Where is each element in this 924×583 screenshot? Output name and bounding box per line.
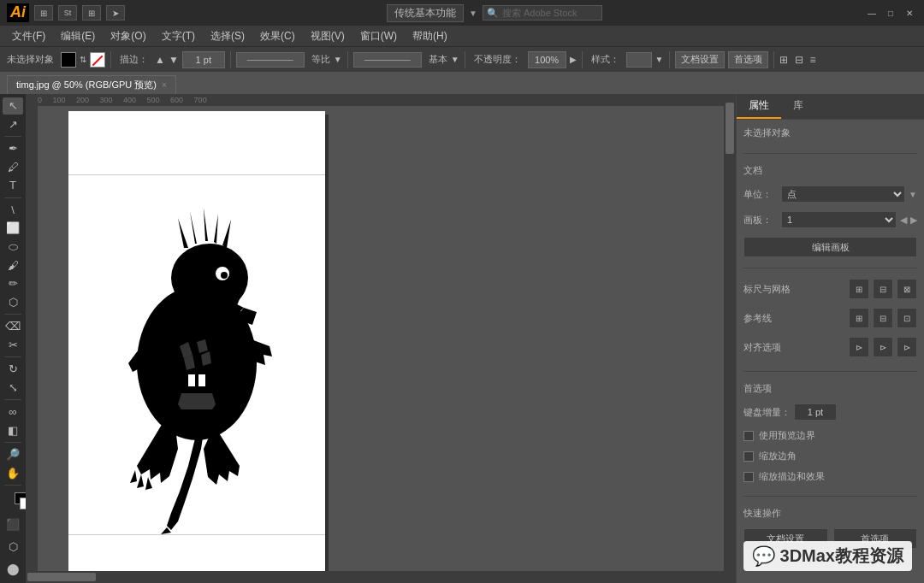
swap-icon[interactable]: ⇅ <box>80 55 86 64</box>
fill-swatch[interactable] <box>61 52 76 68</box>
unit-select[interactable]: 点 <box>781 186 905 203</box>
tool-zoom[interactable]: 🔎 <box>3 446 23 463</box>
tool-scale[interactable]: ⤡ <box>3 380 23 397</box>
align-center-icon-btn[interactable]: ⊳ <box>873 337 893 357</box>
svg-rect-6 <box>198 374 205 386</box>
align-right-icon-btn[interactable]: ⊳ <box>897 337 917 357</box>
tool-rect[interactable]: ⬜ <box>3 220 23 237</box>
tool-hand[interactable]: ✋ <box>3 465 23 482</box>
menu-file[interactable]: 文件(F) <box>5 27 52 45</box>
stroke-up-icon[interactable]: ▲ <box>155 54 165 66</box>
scroll-thumb-vertical[interactable] <box>726 103 734 154</box>
swatch-panel-icon[interactable]: ⊞ <box>0 117 1 131</box>
doc-settings-button[interactable]: 文档设置 <box>675 51 725 68</box>
tool-scissors[interactable]: ✂ <box>3 337 23 354</box>
menu-edit[interactable]: 编辑(E) <box>54 27 102 45</box>
guide-lock-icon-btn[interactable]: ⊡ <box>897 308 917 328</box>
stroke-down-icon[interactable]: ▼ <box>169 54 179 66</box>
menu-help[interactable]: 帮助(H) <box>406 27 454 45</box>
stroke-input[interactable] <box>182 51 225 68</box>
scale-strokes-checkbox[interactable] <box>743 472 754 482</box>
artboard-next-icon[interactable]: ▶ <box>910 215 917 226</box>
tool-lasso[interactable]: ⬤ <box>3 559 23 580</box>
svg-point-3 <box>221 272 228 279</box>
arrow-icon-btn[interactable]: ➤ <box>106 5 125 21</box>
tool-magic-wand[interactable]: ⬡ <box>3 537 23 557</box>
scale-corners-checkbox[interactable] <box>743 451 754 462</box>
edit-artboard-button[interactable]: 编辑画板 <box>743 237 917 257</box>
equal-ratio-chevron[interactable]: ▼ <box>334 55 342 64</box>
preferences-button[interactable]: 首选项 <box>728 51 768 68</box>
artboard-select[interactable]: 1 <box>781 211 897 228</box>
menu-text[interactable]: 文字(T) <box>155 27 202 45</box>
scrollbar-horizontal[interactable] <box>26 571 724 583</box>
artboard-prev-icon[interactable]: ◀ <box>900 215 907 226</box>
artboard[interactable] <box>68 111 325 583</box>
tool-pen[interactable]: ✒ <box>3 140 23 157</box>
scrollbar-vertical[interactable] <box>724 94 736 571</box>
workspace-label[interactable]: 传统基本功能 <box>387 4 464 22</box>
close-button[interactable]: ✕ <box>902 7 917 19</box>
guide-h-icon-btn[interactable]: ⊞ <box>849 308 869 328</box>
menu-object[interactable]: 对象(O) <box>104 27 152 45</box>
use-preview-bounds-checkbox[interactable] <box>743 431 754 441</box>
align-left-icon-btn[interactable]: ⊳ <box>849 337 869 357</box>
document-tab[interactable]: timg.jpg @ 50% (RGB/GPU 预览) × <box>7 75 176 94</box>
stock-search-bar[interactable]: 🔍 搜索 Adobe Stock <box>483 5 602 21</box>
tool-shaper[interactable]: ⬡ <box>3 294 23 311</box>
canvas-area[interactable]: 0 100 200 300 400 500 600 700 <box>26 94 736 583</box>
more-icon[interactable]: ≡ <box>810 54 816 66</box>
transform-panel-icon[interactable]: ⬜ <box>0 52 1 66</box>
tool-blend[interactable]: ∞ <box>3 403 23 421</box>
rulers-icon-btn[interactable]: ⊞ <box>849 279 869 299</box>
tool-ellipse[interactable]: ⬭ <box>3 238 23 256</box>
tool-gradient[interactable]: ◧ <box>3 422 23 439</box>
opacity-input[interactable] <box>528 51 566 68</box>
stroke-swatch[interactable] <box>90 52 105 68</box>
tab-close-button[interactable]: × <box>162 80 167 90</box>
layer-panel-icon[interactable]: ☰ <box>0 68 1 82</box>
tool-rotate[interactable]: ↻ <box>3 361 23 378</box>
minimize-button[interactable]: — <box>864 7 880 19</box>
menu-select[interactable]: 选择(S) <box>204 27 252 45</box>
tool-type[interactable]: T <box>3 177 23 194</box>
tool-direct-select[interactable]: ↗ <box>3 116 23 133</box>
style-swatch[interactable] <box>626 52 652 68</box>
transform-icon[interactable]: ⊟ <box>795 54 803 66</box>
symbol-panel-icon[interactable]: ✤ <box>0 85 1 98</box>
maximize-button[interactable]: □ <box>883 7 898 19</box>
workspace-chevron-icon[interactable]: ▼ <box>469 9 477 18</box>
tool-eraser[interactable]: ⌫ <box>3 318 23 335</box>
tool-line[interactable]: \ <box>3 202 23 219</box>
stock-icon-btn[interactable]: St <box>58 5 77 21</box>
tab-properties[interactable]: 属性 <box>737 94 781 119</box>
style-chevron[interactable]: ▼ <box>451 55 459 64</box>
menu-window[interactable]: 窗口(W) <box>353 27 404 45</box>
align-panel-icon[interactable]: ≡ <box>0 36 1 50</box>
keyboard-increment-input[interactable] <box>794 403 837 421</box>
menu-icon-btn[interactable]: ⊞ <box>34 5 53 21</box>
watermark: 💬 3DMax教程资源 <box>743 541 912 571</box>
brush-panel-icon[interactable]: 🖌 <box>0 101 1 115</box>
appearance-panel-icon[interactable]: ⬡ <box>0 20 1 33</box>
guide-v-icon-btn[interactable]: ⊟ <box>873 308 893 328</box>
arrange-icon[interactable]: ⊞ <box>779 54 788 66</box>
tool-pencil[interactable]: ✏ <box>3 275 23 292</box>
tool-select[interactable]: ↖ <box>3 97 23 115</box>
grid-icon-btn[interactable]: ⊟ <box>873 279 893 299</box>
tool-paintbrush[interactable]: 🖌 <box>3 256 23 274</box>
stroke-style-select[interactable]: —————— <box>236 52 305 68</box>
grid-icon-btn[interactable]: ⊞ <box>82 5 101 21</box>
tool-curvature[interactable]: 🖊 <box>3 159 23 176</box>
style2-chevron[interactable]: ▼ <box>655 55 664 64</box>
scroll-thumb-horizontal[interactable] <box>27 573 96 581</box>
tab-library[interactable]: 库 <box>781 94 815 119</box>
tool-artboard[interactable]: ⬛ <box>3 515 23 535</box>
gradient-panel-icon[interactable]: ◧ <box>0 133 1 147</box>
snapping-icon-btn[interactable]: ⊠ <box>897 279 917 299</box>
style-select[interactable]: —————— <box>353 52 422 68</box>
opacity-chevron[interactable]: ▶ <box>570 55 577 64</box>
menu-view[interactable]: 视图(V) <box>304 27 352 45</box>
menu-effect[interactable]: 效果(C) <box>253 27 302 45</box>
color-panel-icon[interactable]: 🎨 <box>0 3 1 17</box>
